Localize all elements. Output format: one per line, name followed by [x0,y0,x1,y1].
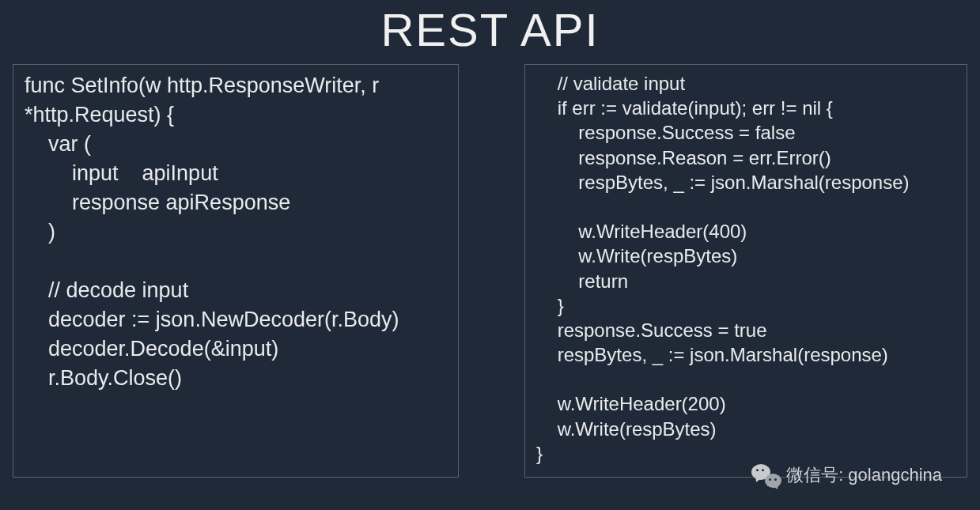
code-columns: func SetInfo(w http.ResponseWriter, r *h… [0,64,980,478]
code-block-left: func SetInfo(w http.ResponseWriter, r *h… [13,64,459,478]
watermark: 微信号: golangchina [751,463,942,488]
watermark-label: 微信号: [786,463,843,487]
wechat-icon [751,463,781,488]
watermark-id: golangchina [848,465,942,485]
code-block-right: // validate input if err := validate(inp… [524,64,967,478]
slide-title: REST API [0,0,980,64]
